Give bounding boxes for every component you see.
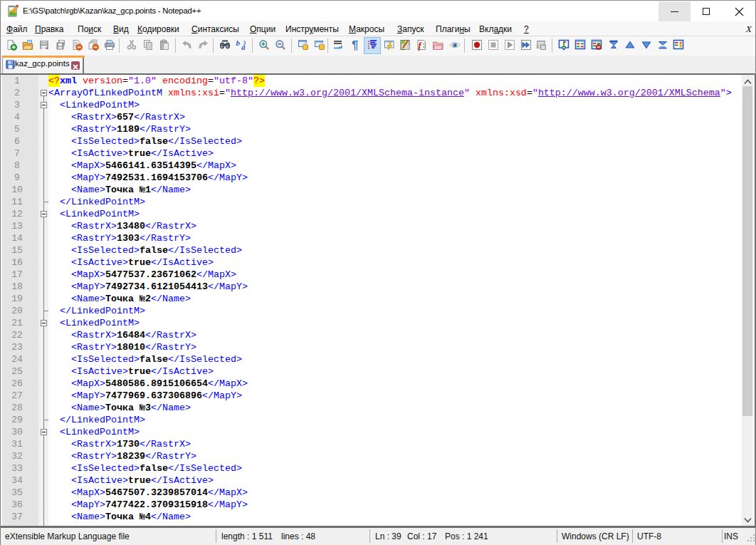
svg-text:¶: ¶ [352,39,358,51]
svg-text:b: b [236,39,241,47]
